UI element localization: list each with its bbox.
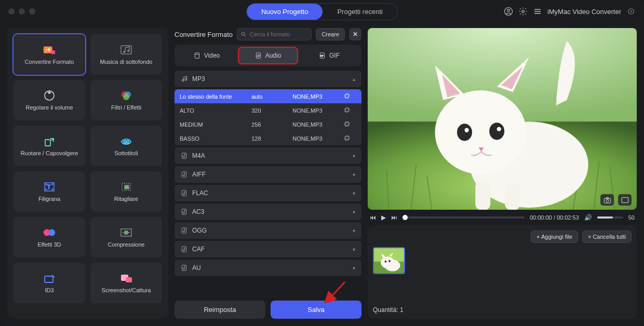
close-window[interactable] <box>8 8 15 15</box>
tab-gif[interactable]: GIF GIF <box>300 48 358 63</box>
svg-point-81 <box>606 199 609 202</box>
tool-subtitle[interactable]: CCSottotitoli <box>90 126 162 166</box>
tool-label: Ritagliare <box>114 196 138 202</box>
tool-crop[interactable]: Ritagliare <box>90 171 162 212</box>
svg-rect-51 <box>182 172 186 178</box>
reset-button[interactable]: Reimposta <box>175 301 265 319</box>
file-thumbnail[interactable] <box>373 247 405 274</box>
tab-video[interactable]: Video <box>178 48 236 63</box>
save-button[interactable]: Salva <box>271 301 361 319</box>
format-group-m4a[interactable]: M4A▾ <box>175 147 361 164</box>
convert-icon <box>43 44 56 56</box>
crop-icon <box>119 181 133 193</box>
minimize-window[interactable] <box>19 8 25 15</box>
format-group-ogg[interactable]: OGG▾ <box>175 222 361 239</box>
svg-point-20 <box>46 184 47 185</box>
volume-slider[interactable] <box>597 216 623 219</box>
tool-label: Screenshot/Cattura <box>102 287 151 293</box>
svg-rect-28 <box>48 232 50 234</box>
svg-rect-8 <box>51 50 55 54</box>
expand-icon[interactable] <box>626 7 636 16</box>
settings-icon[interactable] <box>518 7 528 16</box>
tool-label: Effetti 3D <box>37 241 61 248</box>
svg-rect-30 <box>125 231 128 234</box>
tool-watermark[interactable]: TFiligrana <box>14 171 85 212</box>
svg-point-34 <box>242 32 245 35</box>
format-group-au[interactable]: AU▾ <box>175 260 361 276</box>
tab-video-label: Video <box>204 52 220 59</box>
tool-id3[interactable]: ID3 <box>14 263 85 303</box>
fullscreen-button[interactable] <box>618 194 632 206</box>
edit-preset-icon[interactable] <box>344 135 356 142</box>
format-group-caf[interactable]: CAF▾ <box>175 241 361 257</box>
format-group-ac3[interactable]: AC3▾ <box>175 203 361 220</box>
save-button-label: Salva <box>307 306 325 314</box>
search-input[interactable] <box>237 28 312 40</box>
tool-compress[interactable]: Compressione <box>90 217 162 257</box>
prev-button[interactable]: ⏮ <box>370 214 376 221</box>
svg-line-35 <box>244 35 246 37</box>
preset-codec: NONE,MP3 <box>292 93 344 100</box>
maximize-window[interactable] <box>29 8 35 15</box>
svg-text:GIF: GIF <box>320 55 324 57</box>
format-group-flac[interactable]: FLAC▾ <box>175 185 361 201</box>
preset-row[interactable]: Lo stesso della fonteautoNONE,MP3 <box>175 89 361 103</box>
svg-point-77 <box>497 127 501 131</box>
svg-point-6 <box>628 9 634 15</box>
project-tabs: Nuovo Progetto Progetti recenti <box>246 3 398 20</box>
svg-rect-57 <box>182 228 186 234</box>
preset-row[interactable]: ALTO320NONE,MP3 <box>175 103 361 117</box>
svg-text:T: T <box>47 184 50 190</box>
search-icon <box>240 31 247 37</box>
snapshot-button[interactable] <box>600 194 614 206</box>
tool-screenshot[interactable]: Screenshot/Cattura <box>90 263 162 303</box>
file-list-panel: + Aggiungi file × Cancella tutti Quantit… <box>368 225 637 319</box>
seek-bar[interactable] <box>403 216 525 219</box>
tool-bgmusic[interactable]: Musica di sottofondo <box>90 34 162 75</box>
edit-preset-icon[interactable] <box>344 93 356 100</box>
menu-icon[interactable] <box>533 7 542 16</box>
3d-icon <box>43 227 56 238</box>
format-group-mp3[interactable]: MP3▴ <box>175 71 361 87</box>
svg-point-2 <box>522 10 525 13</box>
tool-label: Ruotare / Capovolgere <box>21 150 78 156</box>
add-file-button[interactable]: + Aggiungi file <box>531 230 578 243</box>
svg-point-88 <box>385 261 387 263</box>
rotate-icon <box>43 135 56 147</box>
tool-label: Musica di sottofondo <box>100 59 153 65</box>
svg-rect-80 <box>604 198 611 203</box>
preset-name: MEDIUM <box>180 121 251 128</box>
tool-label: Regolare il volume <box>25 104 73 111</box>
edit-preset-icon[interactable] <box>344 121 356 128</box>
tab-audio[interactable]: Audio <box>239 48 297 63</box>
edit-preset-icon[interactable] <box>344 107 356 114</box>
play-button[interactable]: ▶ <box>381 214 386 221</box>
preset-row[interactable]: MEDIUM256NONE,MP3 <box>175 117 361 131</box>
close-panel-button[interactable]: ✕ <box>349 28 361 40</box>
tool-convert[interactable]: Convertire Formato <box>14 34 85 75</box>
tab-recent-projects[interactable]: Progetti recenti <box>323 4 397 20</box>
preset-row[interactable]: BASSO128NONE,MP3 <box>175 131 361 145</box>
tool-3d[interactable]: Effetti 3D <box>14 217 85 257</box>
tool-label: Filigrana <box>38 196 60 202</box>
clear-all-button[interactable]: × Cancella tutti <box>582 230 632 243</box>
svg-text:CC: CC <box>124 140 129 144</box>
tool-filters[interactable]: Filtri / Effetti <box>90 80 162 120</box>
id3-icon <box>43 273 56 284</box>
mute-button[interactable]: 🔊 <box>584 214 592 221</box>
preset-bitrate: 256 <box>251 121 292 128</box>
tab-new-project[interactable]: Nuovo Progetto <box>247 4 323 20</box>
svg-point-23 <box>52 189 53 190</box>
create-button[interactable]: Creare <box>316 28 345 40</box>
tool-volume[interactable]: Regolare il volume <box>14 80 85 120</box>
watermark-icon: T <box>43 181 56 193</box>
svg-point-89 <box>388 260 391 262</box>
format-group-aiff[interactable]: AIFF▾ <box>175 166 361 183</box>
svg-rect-36 <box>195 53 199 59</box>
next-button[interactable]: ⏭ <box>391 214 397 221</box>
account-icon[interactable] <box>504 7 513 16</box>
tool-label: Filtri / Effetti <box>111 104 141 111</box>
svg-point-87 <box>385 260 400 271</box>
svg-point-15 <box>123 94 129 100</box>
tool-rotate[interactable]: Ruotare / Capovolgere <box>14 126 85 166</box>
